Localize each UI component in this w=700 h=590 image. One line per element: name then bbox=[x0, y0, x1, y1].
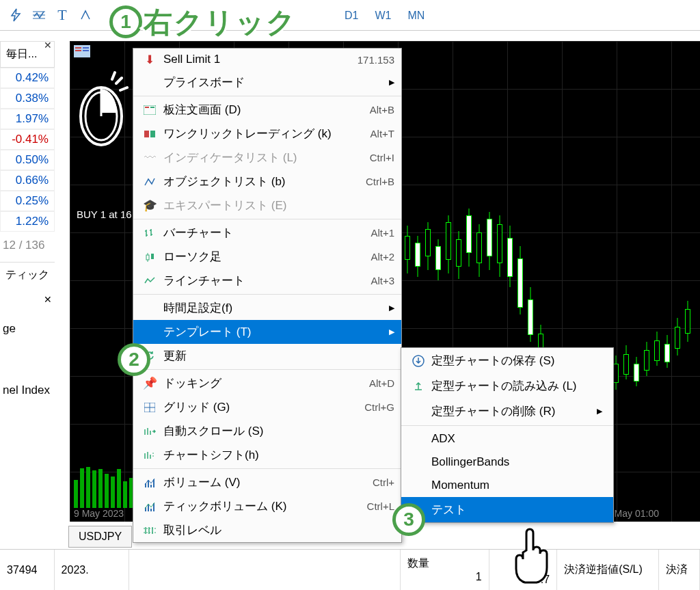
svg-rect-8 bbox=[144, 131, 149, 137]
annotation-title: 右クリック bbox=[144, 3, 297, 42]
pct-row: 1.22% bbox=[0, 211, 55, 232]
sub-test[interactable]: テスト bbox=[401, 497, 613, 522]
pct-row: 0.25% bbox=[0, 191, 55, 211]
ctx-tradelevel[interactable]: 取引レベル bbox=[133, 518, 401, 542]
svg-rect-2 bbox=[75, 50, 81, 51]
hand-cursor-icon bbox=[506, 526, 554, 588]
ctx-tickvol[interactable]: ティックボリューム (K) Ctrl+L bbox=[133, 494, 401, 518]
ctx-timeframe[interactable]: 時間足設定(f) ▶ bbox=[133, 296, 401, 320]
sub-bb[interactable]: BollingerBands bbox=[401, 451, 613, 474]
tf-w1[interactable]: W1 bbox=[368, 7, 398, 25]
linechart-icon bbox=[140, 274, 159, 288]
svg-rect-9 bbox=[150, 131, 155, 137]
svg-rect-6 bbox=[145, 107, 149, 108]
sub-save[interactable]: 定型チャートの保存 (S) bbox=[401, 348, 613, 373]
ctx-chartshift[interactable]: チャートシフト(h) bbox=[133, 443, 401, 467]
autoscroll-icon bbox=[140, 425, 159, 438]
svg-rect-1 bbox=[75, 47, 81, 49]
svg-rect-11 bbox=[151, 254, 154, 259]
svg-rect-10 bbox=[146, 255, 149, 260]
annotation-badge-2: 2 bbox=[118, 343, 150, 376]
date-label-1: 9 May 2023 bbox=[74, 508, 124, 519]
sub-delete[interactable]: 定型チャートの削除 (R) ▶ bbox=[401, 399, 613, 424]
chart-header-icon bbox=[74, 45, 90, 57]
grid-icon bbox=[140, 401, 159, 414]
pin-icon: 📌 bbox=[140, 377, 159, 390]
indicator-list-icon: 〰 bbox=[140, 151, 159, 165]
sell-arrow-icon: ⬇ bbox=[140, 53, 159, 66]
ctx-oneclick[interactable]: ワンクリックトレーディング (k) Alt+T bbox=[133, 122, 401, 146]
svg-rect-4 bbox=[83, 50, 89, 51]
ctx-candles[interactable]: ローソク足 Alt+2 bbox=[133, 245, 401, 269]
ctx-experts: 🎓 エキスパートリスト (E) bbox=[133, 193, 401, 217]
cut-text-3: nel Index bbox=[0, 377, 55, 404]
context-menu: ⬇ Sell Limit 1 171.153 プライスボード ▶ 板注文画面 (… bbox=[133, 48, 402, 543]
depth-icon bbox=[140, 103, 159, 117]
ctx-docking[interactable]: 📌 ドッキング Alt+D bbox=[133, 371, 401, 395]
ctx-barchart[interactable]: バーチャート Alt+1 bbox=[133, 221, 401, 245]
tick-tab[interactable]: ティック bbox=[0, 262, 55, 288]
ctx-volume[interactable]: ボリューム (V) Ctrl+ bbox=[133, 470, 401, 494]
tf-mn[interactable]: MN bbox=[401, 7, 431, 25]
buy-label: BUY 1 at 16 bbox=[77, 209, 132, 220]
cut-text-2: ge bbox=[0, 315, 55, 343]
svg-rect-3 bbox=[83, 47, 89, 49]
sub-adx[interactable]: ADX bbox=[401, 427, 613, 451]
tradelevel-icon bbox=[140, 524, 159, 537]
save-icon bbox=[409, 354, 427, 368]
ctx-grid[interactable]: グリッド (G) Ctrl+G bbox=[133, 395, 401, 419]
bottom-sl: 決済逆指値(S/L) bbox=[557, 550, 659, 590]
pct-row: 0.66% bbox=[0, 170, 55, 191]
ctx-objects[interactable]: オブジェクトリスト (b) Ctrl+B bbox=[133, 170, 401, 193]
ctx-depth[interactable]: 板注文画面 (D) Alt+B bbox=[133, 98, 401, 122]
mouse-right-click-icon bbox=[74, 68, 129, 150]
pct-row: 0.38% bbox=[0, 88, 55, 109]
ctx-indicators: 〰 インディケータリスト (L) Ctrl+I bbox=[133, 146, 401, 170]
ctx-priceboard[interactable]: プライスボード ▶ bbox=[133, 70, 401, 94]
left-panel: ✕ 毎日... 0.42%0.38%1.97%-0.41%0.50%0.66%0… bbox=[0, 41, 55, 404]
tool-icon[interactable] bbox=[75, 5, 96, 25]
annotation-badge-1: 1 bbox=[109, 5, 142, 38]
chartshift-icon bbox=[140, 448, 159, 462]
submenu-arrow-icon: ▶ bbox=[386, 304, 394, 312]
symbol-tab[interactable]: USDJPY bbox=[68, 526, 132, 548]
oneclick-icon bbox=[140, 127, 159, 141]
ctx-refresh[interactable]: 更新 bbox=[133, 344, 401, 368]
pct-row: 1.97% bbox=[0, 109, 55, 129]
bottom-row: 37494 2023. 数量 1 169.7 決済逆指値(S/L) 決済 bbox=[0, 549, 700, 590]
submenu-arrow-icon: ▶ bbox=[597, 407, 605, 416]
bottom-settle: 決済 bbox=[659, 550, 700, 590]
indicator-icon[interactable] bbox=[29, 5, 49, 25]
expert-icon: 🎓 bbox=[140, 199, 159, 213]
close-icon-2[interactable]: ✕ bbox=[44, 294, 52, 305]
bottom-col-2: 2023. bbox=[55, 550, 129, 590]
close-icon[interactable]: ✕ bbox=[44, 40, 52, 51]
bottom-qty: 数量 1 bbox=[401, 550, 489, 590]
load-icon bbox=[409, 379, 427, 393]
barchart-icon bbox=[140, 226, 159, 240]
submenu-arrow-icon: ▶ bbox=[386, 78, 394, 87]
pct-row: -0.41% bbox=[0, 129, 55, 150]
cut-text: 12 / 136 bbox=[0, 232, 55, 259]
text-icon[interactable]: T bbox=[52, 5, 72, 25]
ctx-linechart[interactable]: ラインチャート Alt+3 bbox=[133, 269, 401, 293]
ctx-template[interactable]: テンプレート (T) ▶ bbox=[133, 320, 401, 344]
lightning-icon[interactable] bbox=[5, 5, 26, 25]
object-list-icon bbox=[140, 175, 159, 189]
pct-row: 0.50% bbox=[0, 150, 55, 170]
template-submenu: 定型チャートの保存 (S) 定型チャートの読み込み (L) 定型チャートの削除 … bbox=[401, 347, 614, 523]
svg-rect-7 bbox=[150, 107, 154, 108]
tickvol-icon bbox=[140, 500, 159, 513]
candle-icon bbox=[140, 250, 159, 264]
pct-row: 0.42% bbox=[0, 68, 55, 88]
submenu-arrow-icon: ▶ bbox=[386, 327, 394, 336]
volume-icon bbox=[140, 476, 159, 490]
tf-d1[interactable]: D1 bbox=[338, 7, 365, 25]
sub-load[interactable]: 定型チャートの読み込み (L) bbox=[401, 373, 613, 399]
bottom-tabs: USDJPY bbox=[68, 524, 132, 549]
ctx-autoscroll[interactable]: 自動スクロール (S) bbox=[133, 419, 401, 443]
annotation-badge-3: 3 bbox=[392, 503, 425, 536]
ctx-sell-limit[interactable]: ⬇ Sell Limit 1 171.153 bbox=[133, 49, 401, 70]
bottom-col-1: 37494 bbox=[0, 550, 55, 590]
sub-momentum[interactable]: Momentum bbox=[401, 474, 613, 497]
